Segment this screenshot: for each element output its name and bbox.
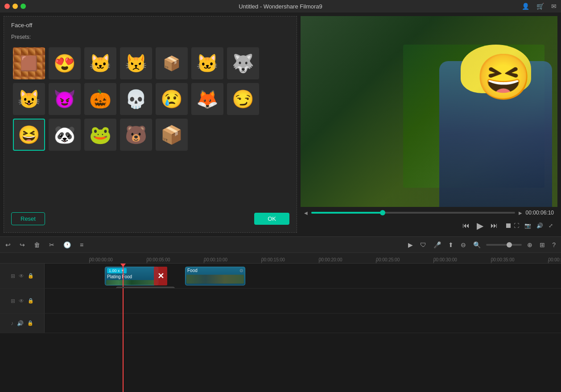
mic-button[interactable]: 🎤 xyxy=(432,240,443,249)
clip-food[interactable]: Food ⊙ xyxy=(185,267,245,285)
undo-button[interactable]: ↩ xyxy=(4,240,12,249)
preset-laugh[interactable]: 😆 xyxy=(13,119,45,151)
minus-button[interactable]: ⊖ xyxy=(459,240,468,249)
preset-panda[interactable]: 🐼 xyxy=(49,119,81,151)
preset-sad[interactable]: 😢 xyxy=(156,83,188,115)
preset-fox[interactable]: 🦊 xyxy=(191,83,223,115)
track1-lock-icon[interactable]: 🔒 xyxy=(28,273,34,279)
track-2-area xyxy=(45,289,561,313)
minimize-button[interactable] xyxy=(12,4,18,9)
play-button[interactable]: ▶ xyxy=(476,219,484,232)
track1-grid-icon[interactable]: ⊞ xyxy=(11,273,15,279)
preset-cat3[interactable]: 😺 xyxy=(13,83,45,115)
preset-devil[interactable]: 😈 xyxy=(49,83,81,115)
progress-bar-container: ◀ ▶ 00:00:06:10 xyxy=(304,210,554,216)
track2-lock-icon[interactable]: 🔒 xyxy=(28,298,34,304)
preset-heart-eyes[interactable]: 😍 xyxy=(49,47,81,79)
cut-button[interactable]: ✂ xyxy=(47,240,56,249)
stop-button[interactable]: ⏹ xyxy=(504,221,513,231)
track2-grid-icon[interactable]: ⊞ xyxy=(11,298,15,304)
fast-forward-button[interactable]: ⏭ xyxy=(490,221,499,231)
nav-prev[interactable]: ◀ xyxy=(304,210,308,215)
track-1-controls: ⊞ 👁 🔒 xyxy=(0,264,45,288)
preset-bear[interactable]: 🐻 xyxy=(120,119,152,151)
clip-2-icon: ⊙ xyxy=(239,268,243,273)
video-track-1-row: ⊞ 👁 🔒 1.00 x ▼ Plating Food xyxy=(0,264,561,289)
screenshot-button[interactable]: 📷 xyxy=(524,222,532,230)
redo-button[interactable]: ↪ xyxy=(18,240,27,249)
mail-icon[interactable]: ✉ xyxy=(551,3,557,10)
presets-label: Presets: xyxy=(4,32,297,44)
play-track-button[interactable]: ▶ xyxy=(406,240,415,249)
clip-2-label: Food xyxy=(187,268,198,273)
preset-smirk[interactable]: 😏 xyxy=(227,83,259,115)
reset-button[interactable]: Reset xyxy=(11,212,45,225)
preset-cat[interactable]: 🐱 xyxy=(84,47,116,79)
ruler-mark-0: 00:00:00:00 xyxy=(89,257,147,262)
progress-bar-track[interactable] xyxy=(311,212,515,214)
right-panel: 😆 ◀ ▶ 00:00:06:10 ⏮ xyxy=(301,12,561,236)
ruler-mark-4: 00:00:20:00 xyxy=(319,257,376,262)
preset-angry-cat[interactable]: 😾 xyxy=(120,47,152,79)
preset-frog[interactable]: 🐸 xyxy=(84,119,116,151)
grid-button[interactable]: ⊞ xyxy=(538,240,547,249)
zoom-slider[interactable] xyxy=(486,244,522,246)
export-button[interactable]: ⬆ xyxy=(446,240,455,249)
cart-icon[interactable]: 🛒 xyxy=(536,3,544,10)
playback-controls: ⏮ ▶ ⏭ ⏹ xyxy=(462,218,513,234)
fullscreen-button[interactable]: ⛶ xyxy=(513,222,520,230)
clip-plating-food[interactable]: 1.00 x ▼ Plating Food xyxy=(105,267,158,285)
audio-track-area xyxy=(45,314,561,333)
close-button[interactable] xyxy=(4,4,10,9)
audio-speaker-icon[interactable]: 🔊 xyxy=(17,320,24,326)
ruler-mark-3: 00:00:15:00 xyxy=(261,257,319,262)
preset-husky[interactable]: 🐺 xyxy=(227,47,259,79)
split-tooltip: Click to split Drag to move playhead xyxy=(116,287,175,288)
account-icon[interactable]: 👤 xyxy=(522,3,529,10)
app-title: Untitled - Wondershare Filmora9 xyxy=(239,3,322,10)
progress-bar-fill xyxy=(311,212,383,214)
shield-button[interactable]: 🛡 xyxy=(418,240,428,249)
preset-pumpkin[interactable]: 🎃 xyxy=(84,83,116,115)
audio-grid-icon[interactable]: ♪ xyxy=(11,320,13,326)
preset-skull[interactable]: 💀 xyxy=(120,83,152,115)
help-button[interactable]: ? xyxy=(550,240,557,249)
track1-eye-icon[interactable]: 👁 xyxy=(19,273,24,279)
history-button[interactable]: 🕐 xyxy=(62,240,73,249)
timeline-area: ↩ ↪ 🗑 ✂ 🕐 ≡ ▶ 🛡 🎤 ⬆ ⊖ 🔍 ⊕ ⊞ ? xyxy=(0,236,561,392)
ruler-mark-2: 00:00:10:00 xyxy=(204,257,261,262)
speed-badge: 1.00 x ▼ xyxy=(107,268,127,273)
expand-button[interactable]: ⤢ xyxy=(548,222,554,230)
video-controls: ◀ ▶ 00:00:06:10 ⏮ ▶ ⏭ ⏹ xyxy=(301,207,557,236)
titlebar-controls xyxy=(4,4,26,9)
timeline-tracks: ⊞ 👁 🔒 1.00 x ▼ Plating Food xyxy=(0,264,561,392)
video-track-2-row: ⊞ 👁 🔒 xyxy=(0,289,561,314)
ruler-mark-6: 00:00:30:00 xyxy=(433,257,491,262)
controls-row: ⏮ ▶ ⏭ ⏹ ⛶ 📷 🔊 ⤢ xyxy=(304,218,554,234)
time-display: 00:00:06:10 xyxy=(526,210,554,216)
toolbar-left: ↩ ↪ 🗑 ✂ 🕐 ≡ xyxy=(4,240,85,249)
track2-eye-icon[interactable]: 👁 xyxy=(19,298,24,304)
clip-2-thumbnail xyxy=(186,275,244,284)
nav-next[interactable]: ▶ xyxy=(519,210,522,215)
settings-button[interactable]: ≡ xyxy=(78,240,85,249)
preset-pixels[interactable]: 🟫 xyxy=(13,47,45,79)
preset-box2[interactable]: 📦 xyxy=(156,119,188,151)
main-content: Face-off Presets: 🟫 😍 🐱 😾 📦 🐱 🐺 😺 😈 🎃 💀 … xyxy=(0,12,561,236)
ruler-mark-8: 00:00:40:00 xyxy=(548,257,561,262)
ok-button[interactable]: OK xyxy=(254,213,289,225)
ruler-mark-5: 00:00:25:00 xyxy=(376,257,433,262)
plus-button[interactable]: ⊕ xyxy=(525,240,534,249)
maximize-button[interactable] xyxy=(21,4,26,9)
rewind-button[interactable]: ⏮ xyxy=(462,221,470,231)
clip-2-audio xyxy=(186,285,244,285)
toolbar-right: ▶ 🛡 🎤 ⬆ ⊖ 🔍 ⊕ ⊞ ? xyxy=(406,240,557,249)
audio-lock-icon[interactable]: 🔒 xyxy=(27,320,33,326)
preset-cat2[interactable]: 🐱 xyxy=(191,47,223,79)
volume-button[interactable]: 🔊 xyxy=(536,222,544,230)
zoom-out-button[interactable]: 🔍 xyxy=(471,240,483,249)
progress-bar-thumb xyxy=(380,210,385,215)
face-overlay-emoji: 😆 xyxy=(476,54,532,99)
preset-box-face[interactable]: 📦 xyxy=(156,47,188,79)
delete-button[interactable]: 🗑 xyxy=(32,240,42,249)
